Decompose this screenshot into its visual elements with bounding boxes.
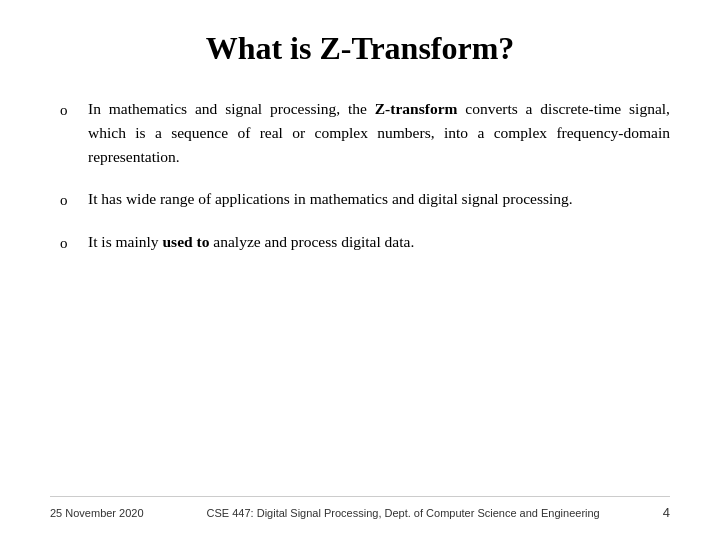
content-area: o In mathematics and signal processing, … (50, 97, 670, 486)
footer-course: CSE 447: Digital Signal Processing, Dept… (207, 507, 600, 519)
bullet-item-2: o It has wide range of applications in m… (60, 187, 670, 212)
bullet-item-3: o It is mainly used to analyze and proce… (60, 230, 670, 255)
bullet-marker-2: o (60, 189, 76, 212)
bullet-text-2: It has wide range of applications in mat… (88, 187, 670, 211)
footer-page: 4 (663, 505, 670, 520)
slide: What is Z-Transform? o In mathematics an… (0, 0, 720, 540)
bullet-marker-1: o (60, 99, 76, 122)
slide-footer: 25 November 2020 CSE 447: Digital Signal… (50, 496, 670, 520)
slide-title: What is Z-Transform? (50, 30, 670, 67)
bullet-text-1: In mathematics and signal processing, th… (88, 97, 670, 169)
bullet-marker-3: o (60, 232, 76, 255)
bullet-item-1: o In mathematics and signal processing, … (60, 97, 670, 169)
footer-date: 25 November 2020 (50, 507, 144, 519)
bullet-text-3: It is mainly used to analyze and process… (88, 230, 670, 254)
